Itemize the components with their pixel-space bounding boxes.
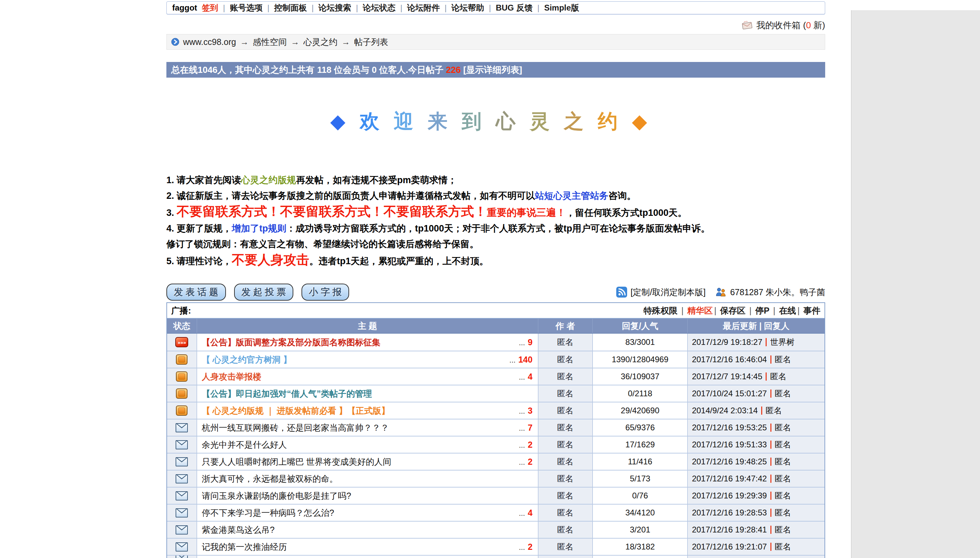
nav-item[interactable]: 控制面板 (274, 2, 307, 13)
last-page-link[interactable]: 140 (518, 355, 533, 364)
board-quick-link[interactable]: 事件 (803, 306, 820, 315)
topic-link[interactable]: 人身攻击举报楼 (202, 371, 261, 382)
inbox-suffix: 新) (811, 20, 825, 30)
breadcrumb-item[interactable]: 感性空间 (253, 36, 287, 48)
banner-char: 来 (428, 108, 462, 135)
author-name: 匿名 (557, 388, 573, 399)
signin-link[interactable]: 签到 (202, 2, 218, 13)
breadcrumb-item[interactable]: 心灵之约 (304, 36, 337, 48)
last-replier: 匿名 (775, 422, 791, 433)
current-user-info[interactable]: 6781287 朱小朱。鸭子菌 (730, 287, 825, 298)
username: faggot (172, 3, 197, 13)
last-page-link[interactable]: 4 (528, 508, 533, 517)
board-quick-link[interactable]: 精华区 (687, 306, 713, 315)
last-page-link[interactable]: 9 (528, 337, 533, 347)
nav-item[interactable]: 论坛附件 (407, 2, 440, 13)
nav-item[interactable]: BUG 反馈 (496, 2, 533, 13)
rss-icon[interactable] (616, 287, 627, 297)
author-cell: 匿名 (538, 402, 593, 419)
reply-hit-count: 3/201 (630, 525, 650, 535)
pages-dots: ... (519, 441, 525, 450)
board-quick-link[interactable]: 保存区 (720, 306, 746, 315)
replies-cell: 17/1629 (593, 437, 688, 453)
last-page-link[interactable]: 2 (528, 542, 533, 551)
rule-link[interactable]: 心灵之约版规 (241, 175, 296, 185)
nav-item[interactable]: 账号选项 (230, 2, 263, 13)
author-cell (538, 556, 593, 558)
last-update-time: 2017/10/24 15:01:27 (692, 389, 767, 398)
rule-line: 3. 不要留联系方式！不要留联系方式！不要留联系方式！重要的事说三遍！，留任何联… (166, 204, 825, 221)
pages-dots: ... (519, 458, 525, 466)
breadcrumb-item[interactable]: www.cc98.org (183, 37, 236, 47)
replies-cell: 3/201 (593, 522, 688, 538)
last-page-link[interactable]: 2 (528, 440, 533, 450)
last-page-link[interactable]: 4 (528, 372, 533, 381)
rule-link[interactable]: 增加了tp规则 (232, 223, 286, 233)
board-quick-link[interactable]: 在线 (779, 306, 796, 315)
new-poll-button[interactable]: 发 起 投 票 (234, 284, 294, 300)
status-cell (167, 351, 197, 368)
nav-item[interactable]: 论坛搜索 (319, 2, 351, 13)
breadcrumb-separator: → (291, 37, 299, 47)
nav-item[interactable]: Simple版 (544, 2, 579, 13)
last-update-cell: 2017/12/16 19:28:41匿名 (688, 522, 825, 538)
topic-link[interactable]: 请问玉泉永谦剧场的廉价电影是挂了吗? (202, 490, 351, 502)
pin-icon (176, 405, 188, 416)
last-update-time: 2014/9/24 2:03:14 (692, 406, 758, 415)
customize-board-link[interactable]: [定制/取消定制本版] (630, 287, 706, 298)
status-cell (167, 538, 197, 555)
replies-cell: 5/173 (593, 471, 688, 487)
last-page-link[interactable]: 7 (528, 423, 533, 432)
topic-link[interactable]: 浙大真可怜，永远都是被双标的命。 (202, 473, 338, 484)
column-header: 主 题 (197, 318, 538, 333)
topic-link[interactable]: 余光中并不是什么好人 (202, 439, 287, 450)
topic-link[interactable]: 【 心灵之约官方树洞 】 (202, 354, 291, 365)
topic-link[interactable]: 只要人人咀嚼时都闭上嘴巴 世界将变成美好的人间 (202, 456, 391, 468)
author-cell: 匿名 (538, 487, 593, 504)
author-cell: 匿名 (538, 471, 593, 487)
pin-icon (176, 371, 188, 382)
breadcrumb-item[interactable]: 帖子列表 (354, 36, 388, 48)
separator (771, 389, 771, 398)
banner-char: 欢 (360, 108, 394, 135)
board-quick-link[interactable]: 特殊权限 (643, 306, 677, 315)
topic-link[interactable]: 停不下来学习是一种病吗？怎么治? (202, 507, 334, 519)
separator (771, 492, 771, 500)
last-replier[interactable]: 世界树 (770, 337, 795, 348)
topic-cell: 紫金港菜鸟这么吊? (197, 522, 538, 538)
rule-text: 不要人身攻击 (232, 253, 309, 267)
new-topic-button[interactable]: 发 表 话 题 (166, 284, 226, 300)
reply-hit-count: 5/173 (630, 474, 650, 483)
small-post-button[interactable]: 小 字 报 (301, 284, 349, 300)
last-page-link[interactable]: 3 (528, 406, 533, 415)
inbox-link[interactable]: 我的收件箱 (0 新) (756, 20, 825, 31)
thread-row: 杭州一线互联网搬砖，还是回老家当高富帅？？？...7匿名65/93762017/… (167, 419, 825, 436)
topic-link[interactable]: 【 心灵之约版规 ｜ 进版发帖前必看 】【正式版】 (202, 405, 389, 416)
thread-row: 人身攻击举报楼...4匿名36/1090372017/12/7 19:14:45… (167, 368, 825, 385)
nav-item[interactable]: 论坛帮助 (452, 2, 484, 13)
topic-link[interactable]: 【公告】即日起加强对“借人气”类帖子的管理 (202, 388, 372, 399)
author-name: 匿名 (557, 473, 573, 484)
last-update-cell (688, 556, 825, 558)
separator (771, 474, 771, 483)
topic-link[interactable]: 紫金港菜鸟这么吊? (202, 524, 275, 535)
topic-link[interactable]: 杭州一线互联网搬砖，还是回老家当高富帅？？？ (202, 422, 389, 433)
rule-link[interactable]: 站短心灵主管站务 (535, 190, 609, 201)
topic-cell: 停不下来学习是一种病吗？怎么治?...4 (197, 505, 538, 521)
author-name: 匿名 (557, 490, 573, 501)
topic-cell (197, 556, 538, 558)
topic-link[interactable]: 【公告】版面调整方案及部分版面名称图标征集 (202, 337, 380, 348)
nav-item[interactable]: 论坛状态 (363, 2, 395, 13)
pin-icon (176, 389, 188, 399)
show-detail-link[interactable]: [显示详细列表] (461, 65, 522, 75)
last-page-link[interactable]: 2 (528, 457, 533, 466)
board-quick-link[interactable]: 停P (755, 306, 769, 315)
author-name: 匿名 (557, 541, 573, 552)
rule-line: 1. 请大家首先阅读心灵之约版规再发帖，如有违规不接受pm卖萌求情； (166, 172, 825, 188)
replies-cell: 11/416 (593, 453, 688, 470)
topic-link[interactable]: 记我的第一次推油经历 (202, 541, 287, 553)
envelope-icon (175, 555, 188, 558)
pages: ...2 (515, 457, 533, 467)
stats-text-segment: 226 (446, 65, 461, 75)
replies-cell: 34/4120 (593, 505, 688, 521)
